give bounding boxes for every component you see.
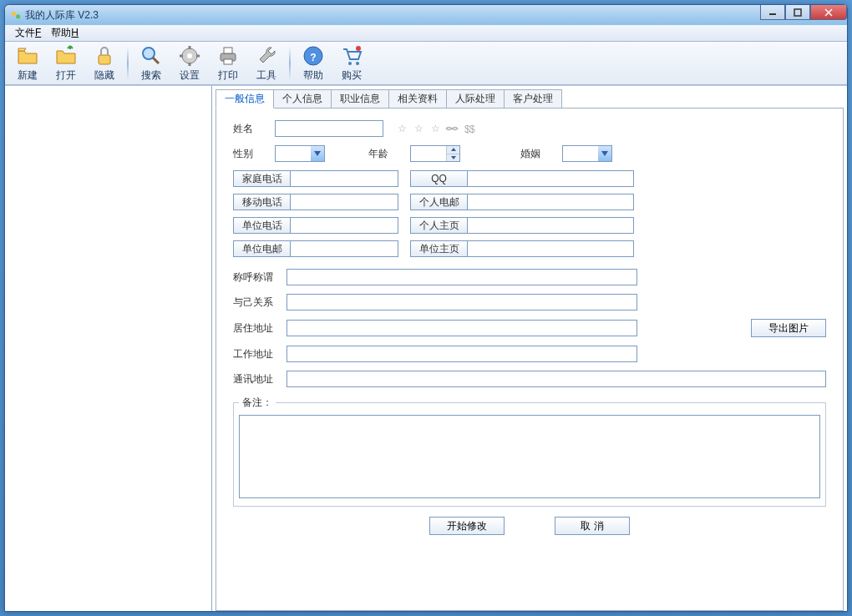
toolbar-new[interactable]: 新建 <box>10 44 45 83</box>
folder-new-icon <box>16 44 39 68</box>
print-icon <box>216 44 240 68</box>
toolbar: 新建 打开 隐藏 搜索 设置 打印 工具 ? 帮助 <box>5 42 847 85</box>
star-icon: ☆ <box>429 122 442 135</box>
work-page-input[interactable] <box>467 240 634 257</box>
work-phone-input[interactable] <box>290 217 398 234</box>
home-phone-input[interactable] <box>290 170 398 187</box>
menu-file[interactable]: 文件F <box>10 24 46 42</box>
tab-strip: 一般信息 个人信息 职业信息 相关资料 人际处理 客户处理 <box>216 89 844 108</box>
handshake-icon <box>445 122 459 135</box>
cancel-button[interactable]: 取 消 <box>555 517 630 535</box>
toolbar-settings[interactable]: 设置 <box>172 44 207 83</box>
app-window: 我的人际库 V2.3 文件F 帮助H 新建 打开 隐藏 搜索 设 <box>4 4 848 612</box>
name-input[interactable] <box>275 120 383 137</box>
work-email-input[interactable] <box>290 240 398 257</box>
svg-point-20 <box>348 62 352 65</box>
personal-page-button[interactable]: 个人主页 <box>410 217 467 234</box>
cart-icon <box>340 44 363 68</box>
work-addr-input[interactable] <box>287 346 637 362</box>
mail-addr-input[interactable] <box>287 371 826 387</box>
toolbar-help[interactable]: ? 帮助 <box>296 44 331 83</box>
age-spinner[interactable] <box>410 145 460 162</box>
toolbar-tools[interactable]: 工具 <box>249 44 284 83</box>
qq-button[interactable]: QQ <box>410 170 467 187</box>
salutation-input[interactable] <box>287 269 637 285</box>
tab-personal[interactable]: 个人信息 <box>273 89 332 108</box>
svg-point-21 <box>356 62 359 65</box>
personal-page-input[interactable] <box>467 217 634 234</box>
app-icon <box>10 9 22 21</box>
chevron-down-icon <box>598 146 611 161</box>
relation-input[interactable] <box>287 294 637 311</box>
menu-help[interactable]: 帮助H <box>46 24 84 42</box>
menubar: 文件F 帮助H <box>5 25 847 42</box>
chevron-down-icon <box>311 146 324 161</box>
toolbar-open[interactable]: 打开 <box>48 44 84 83</box>
label-home-addr: 居住地址 <box>233 321 281 336</box>
contact-list-sidebar[interactable] <box>5 86 212 611</box>
toolbar-print[interactable]: 打印 <box>210 44 246 83</box>
help-icon: ? <box>302 44 325 68</box>
svg-point-1 <box>16 14 20 18</box>
label-salutation: 称呼称谓 <box>233 270 281 285</box>
mobile-phone-button[interactable]: 移动电话 <box>233 194 290 210</box>
maximize-button[interactable] <box>785 5 810 20</box>
titlebar: 我的人际库 V2.3 <box>5 5 847 25</box>
spinner-down-icon[interactable] <box>446 154 459 162</box>
start-edit-button[interactable]: 开始修改 <box>429 517 505 535</box>
gender-combo[interactable] <box>275 145 325 162</box>
qq-input[interactable] <box>467 170 634 187</box>
work-email-button[interactable]: 单位电邮 <box>233 240 290 257</box>
gear-icon <box>178 44 201 68</box>
export-image-button[interactable]: 导出图片 <box>751 319 826 337</box>
personal-email-input[interactable] <box>467 194 634 210</box>
label-work-addr: 工作地址 <box>233 347 281 361</box>
remarks-textarea[interactable] <box>239 415 820 498</box>
lock-icon <box>93 44 116 68</box>
personal-email-button[interactable]: 个人电邮 <box>410 194 467 210</box>
label-age: 年龄 <box>368 147 405 161</box>
work-page-button[interactable]: 单位主页 <box>410 240 467 257</box>
label-remarks: 备注： <box>239 396 276 410</box>
folder-open-icon <box>54 44 78 68</box>
tab-relations[interactable]: 人际处理 <box>446 89 505 108</box>
wrench-icon <box>255 44 278 68</box>
home-addr-input[interactable] <box>287 320 637 336</box>
svg-rect-16 <box>224 48 232 53</box>
rating-widget[interactable]: ☆ ☆ ☆ $$ <box>395 122 475 135</box>
toolbar-hide[interactable]: 隐藏 <box>87 44 122 83</box>
label-name: 姓名 <box>233 122 270 136</box>
star-icon: ☆ <box>412 122 425 135</box>
svg-point-0 <box>12 12 16 16</box>
home-phone-button[interactable]: 家庭电话 <box>233 170 290 187</box>
remarks-fieldset: 备注： <box>233 396 826 507</box>
window-title: 我的人际库 V2.3 <box>25 8 99 23</box>
svg-rect-17 <box>224 59 232 64</box>
content-area: 一般信息 个人信息 职业信息 相关资料 人际处理 客户处理 姓名 ☆ ☆ ☆ $… <box>5 85 847 611</box>
label-relation: 与己关系 <box>233 295 281 310</box>
main-panel: 一般信息 个人信息 职业信息 相关资料 人际处理 客户处理 姓名 ☆ ☆ ☆ $… <box>212 86 847 611</box>
toolbar-buy[interactable]: 购买 <box>334 44 369 83</box>
search-icon <box>139 44 163 68</box>
tab-content: 姓名 ☆ ☆ ☆ $$ 性别 <box>216 108 844 611</box>
svg-point-22 <box>356 46 361 51</box>
toolbar-separator <box>289 47 291 80</box>
svg-text:$: $ <box>469 124 475 135</box>
work-phone-button[interactable]: 单位电话 <box>233 217 290 234</box>
svg-text:?: ? <box>310 52 316 63</box>
label-marriage: 婚姻 <box>520 147 557 161</box>
window-controls <box>760 5 847 20</box>
tab-customer[interactable]: 客户处理 <box>504 89 562 108</box>
mobile-phone-input[interactable] <box>290 194 398 210</box>
tab-general[interactable]: 一般信息 <box>216 89 274 109</box>
marriage-combo[interactable] <box>562 145 612 162</box>
toolbar-separator <box>127 47 129 80</box>
minimize-button[interactable] <box>760 5 785 20</box>
close-button[interactable] <box>810 5 847 20</box>
tab-related[interactable]: 相关资料 <box>388 89 447 108</box>
star-icon: ☆ <box>395 122 408 135</box>
toolbar-search[interactable]: 搜索 <box>134 44 169 83</box>
tab-career[interactable]: 职业信息 <box>331 89 389 108</box>
spinner-up-icon[interactable] <box>446 146 459 154</box>
label-gender: 性别 <box>233 147 270 161</box>
